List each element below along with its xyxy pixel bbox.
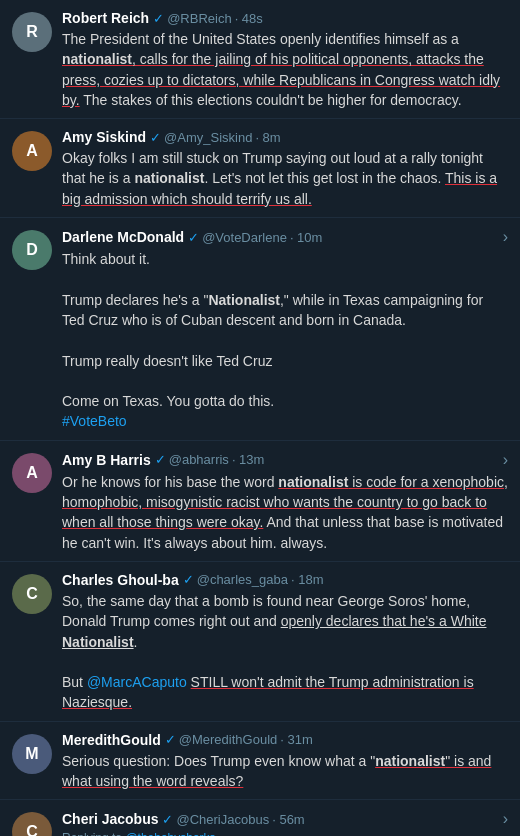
tweet-body-container: Cheri Jacobus ✓ @CheriJacobus · 56m › Re… (62, 810, 508, 836)
verified-badge: ✓ (150, 130, 161, 145)
tweet-text: The President of the United States openl… (62, 29, 508, 110)
display-name: MeredithGould (62, 732, 161, 748)
tweet-body-container: MeredithGould ✓ @MeredithGould · 31m Ser… (62, 732, 508, 792)
tweet-item: C Charles Ghoul-ba ✓ @charles_gaba · 18m… (0, 562, 520, 722)
timestamp: · 48s (235, 11, 263, 26)
tweet-text: Serious question: Does Trump even know w… (62, 751, 508, 792)
tweet-text: Okay folks I am still stuck on Trump say… (62, 148, 508, 209)
tweet-header-left: Robert Reich ✓ @RBReich · 48s (62, 10, 263, 26)
reply-indicator: Replying to @thebabysharks (62, 831, 508, 836)
avatar: M (12, 734, 52, 774)
tweet-header: Robert Reich ✓ @RBReich · 48s (62, 10, 508, 26)
verified-badge: ✓ (153, 11, 164, 26)
chevron-icon[interactable]: › (495, 810, 508, 828)
tweet-item: A Amy B Harris ✓ @abharris · 13m › Or he… (0, 441, 520, 562)
avatar: A (12, 131, 52, 171)
tweet-header: Cheri Jacobus ✓ @CheriJacobus · 56m › (62, 810, 508, 828)
handle: @abharris (169, 452, 229, 467)
tweet-body-container: Charles Ghoul-ba ✓ @charles_gaba · 18m S… (62, 572, 508, 713)
tweet-body-container: Robert Reich ✓ @RBReich · 48s The Presid… (62, 10, 508, 110)
tweet-text: So, the same day that a bomb is found ne… (62, 591, 508, 713)
timestamp: · 8m (255, 130, 280, 145)
tweet-header: Amy Siskind ✓ @Amy_Siskind · 8m (62, 129, 508, 145)
tweet-body-container: Darlene McDonald ✓ @VoteDarlene · 10m › … (62, 228, 508, 432)
handle: @Amy_Siskind (164, 130, 252, 145)
tweet-text: Think about it.Trump declares he's a "Na… (62, 249, 508, 432)
display-name: Amy Siskind (62, 129, 146, 145)
verified-badge: ✓ (165, 732, 176, 747)
timestamp: · 13m (232, 452, 265, 467)
timestamp: · 18m (291, 572, 324, 587)
tweet-header: Charles Ghoul-ba ✓ @charles_gaba · 18m (62, 572, 508, 588)
tweet-item: C Cheri Jacobus ✓ @CheriJacobus · 56m › … (0, 800, 520, 836)
avatar: C (12, 812, 52, 836)
tweet-header-left: Amy Siskind ✓ @Amy_Siskind · 8m (62, 129, 281, 145)
tweet-item: M MeredithGould ✓ @MeredithGould · 31m S… (0, 722, 520, 801)
display-name: Darlene McDonald (62, 229, 184, 245)
tweet-text: Or he knows for his base the word nation… (62, 472, 508, 553)
chevron-icon[interactable]: › (495, 451, 508, 469)
timestamp: · 56m (272, 812, 305, 827)
avatar: D (12, 230, 52, 270)
tweet-body-container: Amy B Harris ✓ @abharris · 13m › Or he k… (62, 451, 508, 553)
tweet-item: D Darlene McDonald ✓ @VoteDarlene · 10m … (0, 218, 520, 441)
avatar: C (12, 574, 52, 614)
tweet-header-left: Cheri Jacobus ✓ @CheriJacobus · 56m (62, 811, 305, 827)
display-name: Cheri Jacobus (62, 811, 158, 827)
handle: @RBReich (167, 11, 232, 26)
tweet-body-container: Amy Siskind ✓ @Amy_Siskind · 8m Okay fol… (62, 129, 508, 209)
display-name: Amy B Harris (62, 452, 151, 468)
handle: @charles_gaba (197, 572, 288, 587)
display-name: Robert Reich (62, 10, 149, 26)
timestamp: · 10m (290, 230, 323, 245)
display-name: Charles Ghoul-ba (62, 572, 179, 588)
handle: @CheriJacobus (176, 812, 269, 827)
tweet-header-left: MeredithGould ✓ @MeredithGould · 31m (62, 732, 313, 748)
avatar: R (12, 12, 52, 52)
tweet-header: Darlene McDonald ✓ @VoteDarlene · 10m › (62, 228, 508, 246)
tweet-header: MeredithGould ✓ @MeredithGould · 31m (62, 732, 508, 748)
timestamp: · 31m (280, 732, 313, 747)
tweet-header-left: Darlene McDonald ✓ @VoteDarlene · 10m (62, 229, 322, 245)
tweet-header-left: Amy B Harris ✓ @abharris · 13m (62, 452, 264, 468)
verified-badge: ✓ (188, 230, 199, 245)
verified-badge: ✓ (162, 812, 173, 827)
tweet-header: Amy B Harris ✓ @abharris · 13m › (62, 451, 508, 469)
tweet-item: R Robert Reich ✓ @RBReich · 48s The Pres… (0, 0, 520, 119)
verified-badge: ✓ (183, 572, 194, 587)
tweet-header-left: Charles Ghoul-ba ✓ @charles_gaba · 18m (62, 572, 323, 588)
chevron-icon[interactable]: › (495, 228, 508, 246)
handle: @VoteDarlene (202, 230, 287, 245)
handle: @MeredithGould (179, 732, 277, 747)
tweet-item: A Amy Siskind ✓ @Amy_Siskind · 8m Okay f… (0, 119, 520, 218)
verified-badge: ✓ (155, 452, 166, 467)
avatar: A (12, 453, 52, 493)
